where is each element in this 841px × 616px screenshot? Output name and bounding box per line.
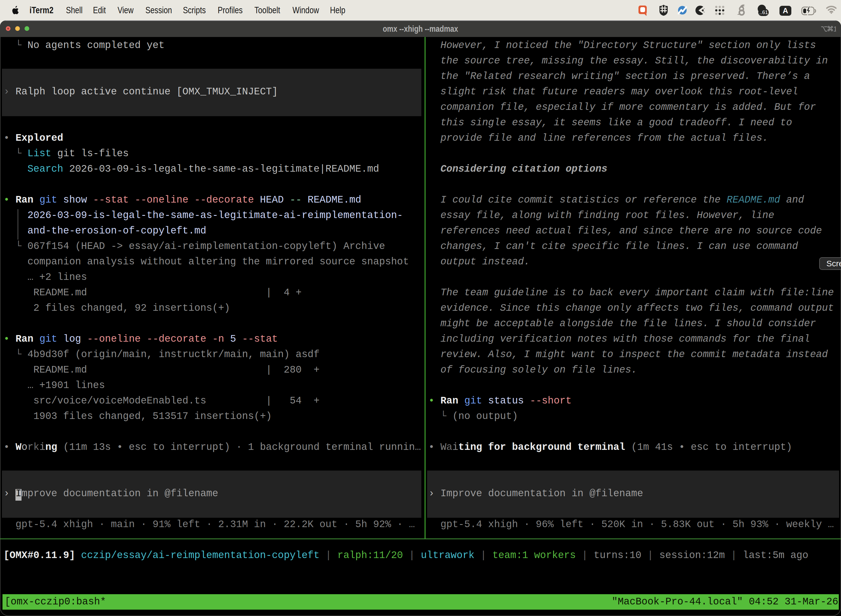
svg-text:..61: ..61 <box>759 9 768 15</box>
svg-text:1: 1 <box>833 25 836 33</box>
